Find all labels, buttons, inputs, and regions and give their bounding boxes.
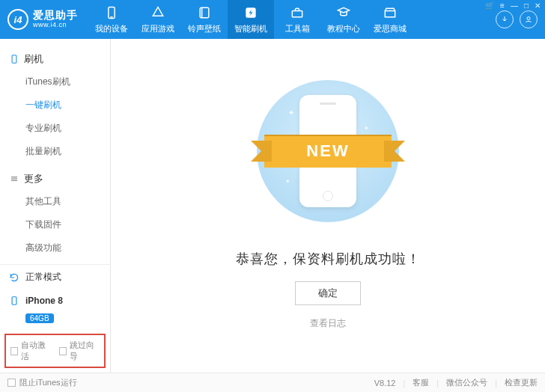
main-content: ✦ ✦ ✦ NEW 恭喜您，保资料刷机成功啦！ 确定 查看日志 (111, 39, 545, 373)
refresh-icon (9, 272, 19, 283)
skip-wizard-checkbox[interactable]: 跳过向导 (59, 340, 100, 362)
separator: | (403, 379, 405, 388)
nav-label: 教程中心 (327, 23, 360, 34)
phone-icon (9, 295, 19, 306)
nav-label: 智能刷机 (234, 23, 267, 34)
nav-label: 工具箱 (285, 23, 310, 34)
nav-label: 铃声壁纸 (188, 23, 221, 34)
logo-icon: i4 (7, 9, 28, 30)
auto-activate-checkbox[interactable]: 自动激活 (10, 340, 52, 362)
sparkle-icon: ✦ (364, 125, 369, 132)
sidebar-item-pro-flash[interactable]: 专业刷机 (0, 117, 110, 140)
connected-device[interactable]: iPhone 8 64GB (0, 290, 110, 329)
flash-options-highlight: 自动激活 跳过向导 (4, 334, 106, 368)
tutorial-icon (336, 5, 351, 20)
checkbox-icon (7, 379, 16, 387)
ringtone-icon (197, 5, 212, 20)
nav-apps[interactable]: 应用游戏 (135, 0, 181, 39)
nav-ringtones[interactable]: 铃声壁纸 (181, 0, 228, 39)
device-storage-badge: 64GB (25, 313, 54, 323)
separator: | (495, 379, 497, 388)
confirm-button[interactable]: 确定 (295, 281, 361, 305)
apps-icon (150, 5, 165, 20)
separator: | (436, 379, 439, 388)
close-button[interactable]: ✕ (533, 1, 542, 10)
user-icon (524, 15, 533, 24)
flash-outline-icon (9, 54, 19, 64)
svg-rect-2 (200, 7, 209, 17)
checkbox-label: 跳过向导 (70, 340, 100, 362)
svg-rect-7 (12, 55, 16, 64)
more-icon (9, 174, 19, 184)
sidebar-item-download-fw[interactable]: 下载固件 (0, 213, 110, 236)
sidebar-item-batch-flash[interactable]: 批量刷机 (0, 140, 110, 163)
device-icon (104, 5, 119, 20)
logo-subtitle: www.i4.cn (33, 22, 78, 29)
sidebar-header-flash[interactable]: 刷机 (0, 48, 110, 70)
checkbox-label: 阻止iTunes运行 (19, 377, 77, 388)
app-body: 刷机 iTunes刷机 一键刷机 专业刷机 批量刷机 更多 其他工具 下载固件 … (0, 39, 545, 373)
user-button[interactable] (520, 10, 538, 28)
download-icon (500, 15, 509, 24)
nav-label: 爱思商城 (374, 23, 407, 34)
toolbox-icon (290, 5, 305, 20)
wechat-link[interactable]: 微信公众号 (446, 377, 487, 388)
sidebar-header-label: 更多 (24, 172, 43, 186)
top-nav: 我的设备 应用游戏 铃声壁纸 智能刷机 工具箱 教程中心 爱思商城 (88, 0, 496, 39)
store-icon (383, 5, 398, 20)
app-header: 🛒 ≡ — □ ✕ i4 爱思助手 www.i4.cn 我的设备 应用游戏 铃声… (0, 0, 545, 39)
flash-icon (243, 5, 258, 20)
version-label: V8.12 (374, 379, 396, 388)
nav-label: 应用游戏 (141, 23, 174, 34)
nav-store[interactable]: 爱思商城 (367, 0, 413, 39)
support-link[interactable]: 客服 (412, 377, 429, 388)
svg-rect-11 (12, 297, 16, 305)
sidebar: 刷机 iTunes刷机 一键刷机 专业刷机 批量刷机 更多 其他工具 下载固件 … (0, 39, 111, 373)
device-name: iPhone 8 (25, 295, 63, 306)
window-controls: 🛒 ≡ — □ ✕ (484, 1, 542, 10)
sidebar-header-label: 刷机 (24, 52, 43, 66)
success-message: 恭喜您，保资料刷机成功啦！ (236, 250, 421, 268)
cart-icon[interactable]: 🛒 (484, 1, 496, 10)
check-update-link[interactable]: 检查更新 (505, 377, 538, 388)
checkbox-icon (59, 347, 67, 355)
sidebar-header-more[interactable]: 更多 (0, 168, 110, 190)
svg-point-6 (527, 17, 530, 20)
sidebar-item-itunes-flash[interactable]: iTunes刷机 (0, 70, 110, 94)
sidebar-section-flash: 刷机 iTunes刷机 一键刷机 专业刷机 批量刷机 (0, 43, 110, 163)
logo-title: 爱思助手 (33, 10, 78, 21)
view-log-link[interactable]: 查看日志 (310, 317, 346, 330)
sidebar-item-advanced[interactable]: 高级功能 (0, 236, 110, 260)
app-logo: i4 爱思助手 www.i4.cn (0, 0, 88, 39)
block-itunes-checkbox[interactable]: 阻止iTunes运行 (7, 377, 77, 388)
status-bar: 阻止iTunes运行 V8.12 | 客服 | 微信公众号 | 检查更新 (0, 373, 545, 392)
nav-tutorial[interactable]: 教程中心 (320, 0, 367, 39)
sidebar-item-other-tools[interactable]: 其他工具 (0, 190, 110, 213)
checkbox-label: 自动激活 (21, 340, 51, 362)
menu-icon[interactable]: ≡ (499, 1, 506, 10)
device-mode-label: 正常模式 (25, 271, 61, 284)
sidebar-section-more: 更多 其他工具 下载固件 高级功能 (0, 163, 110, 260)
nav-toolbox[interactable]: 工具箱 (274, 0, 320, 39)
nav-my-device[interactable]: 我的设备 (88, 0, 135, 39)
success-illustration: ✦ ✦ ✦ NEW (231, 69, 425, 233)
sidebar-footer: 正常模式 iPhone 8 64GB 自动激活 跳过向导 (0, 264, 110, 373)
download-button[interactable] (496, 10, 514, 28)
nav-smart-flash[interactable]: 智能刷机 (228, 0, 274, 39)
device-mode[interactable]: 正常模式 (0, 265, 110, 290)
new-ribbon: NEW (264, 135, 392, 168)
maximize-button[interactable]: □ (523, 1, 530, 10)
checkbox-icon (10, 347, 18, 355)
minimize-button[interactable]: — (509, 1, 520, 10)
nav-label: 我的设备 (95, 23, 128, 34)
sparkle-icon: ✦ (285, 178, 290, 185)
sidebar-item-oneclick-flash[interactable]: 一键刷机 (0, 94, 110, 117)
sparkle-icon: ✦ (288, 108, 294, 117)
svg-rect-5 (292, 10, 302, 16)
